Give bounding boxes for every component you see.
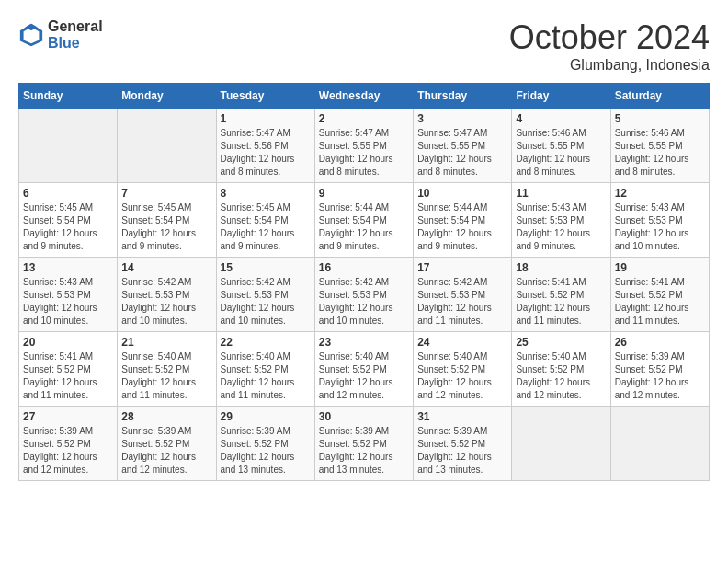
- day-cell: 20Sunrise: 5:41 AMSunset: 5:52 PMDayligh…: [19, 332, 118, 407]
- week-row-4: 20Sunrise: 5:41 AMSunset: 5:52 PMDayligh…: [19, 332, 710, 407]
- day-info: Sunrise: 5:39 AMSunset: 5:52 PMDaylight:…: [615, 350, 705, 402]
- header-thursday: Thursday: [414, 84, 512, 109]
- day-cell: 2Sunrise: 5:47 AMSunset: 5:55 PMDaylight…: [314, 109, 413, 183]
- day-info: Sunrise: 5:39 AMSunset: 5:52 PMDaylight:…: [23, 425, 113, 477]
- day-cell: 6Sunrise: 5:45 AMSunset: 5:54 PMDaylight…: [19, 183, 118, 258]
- day-number: 24: [417, 336, 507, 349]
- day-number: 25: [516, 336, 606, 349]
- day-cell: 30Sunrise: 5:39 AMSunset: 5:52 PMDayligh…: [314, 407, 413, 481]
- day-number: 28: [121, 410, 211, 423]
- day-number: 10: [417, 187, 507, 200]
- header-sunday: Sunday: [19, 84, 118, 109]
- day-info: Sunrise: 5:39 AMSunset: 5:52 PMDaylight:…: [417, 425, 507, 477]
- day-info: Sunrise: 5:41 AMSunset: 5:52 PMDaylight:…: [516, 276, 606, 327]
- day-cell: 22Sunrise: 5:40 AMSunset: 5:52 PMDayligh…: [216, 332, 314, 407]
- day-cell: 1Sunrise: 5:47 AMSunset: 5:56 PMDaylight…: [216, 109, 314, 183]
- day-number: 17: [417, 261, 507, 274]
- day-number: 13: [23, 261, 113, 274]
- day-number: 21: [121, 336, 211, 349]
- day-cell: 13Sunrise: 5:43 AMSunset: 5:53 PMDayligh…: [19, 258, 118, 332]
- week-row-5: 27Sunrise: 5:39 AMSunset: 5:52 PMDayligh…: [19, 407, 710, 481]
- logo-general: General: [48, 18, 103, 35]
- day-number: 22: [221, 336, 311, 349]
- day-cell: 15Sunrise: 5:42 AMSunset: 5:53 PMDayligh…: [216, 258, 314, 332]
- day-info: Sunrise: 5:45 AMSunset: 5:54 PMDaylight:…: [23, 201, 113, 253]
- day-cell: 4Sunrise: 5:46 AMSunset: 5:55 PMDaylight…: [512, 109, 610, 183]
- day-cell: 24Sunrise: 5:40 AMSunset: 5:52 PMDayligh…: [414, 332, 512, 407]
- day-number: 8: [221, 187, 311, 200]
- day-cell: 7Sunrise: 5:45 AMSunset: 5:54 PMDaylight…: [118, 183, 216, 258]
- header-saturday: Saturday: [610, 84, 709, 109]
- day-number: 4: [516, 112, 606, 125]
- day-number: 30: [319, 410, 409, 423]
- day-number: 7: [121, 187, 211, 200]
- day-number: 1: [221, 112, 311, 125]
- day-cell: 5Sunrise: 5:46 AMSunset: 5:55 PMDaylight…: [610, 109, 709, 183]
- day-number: 15: [221, 261, 311, 274]
- day-number: 9: [319, 187, 409, 200]
- day-info: Sunrise: 5:40 AMSunset: 5:52 PMDaylight:…: [516, 350, 606, 402]
- day-info: Sunrise: 5:39 AMSunset: 5:52 PMDaylight:…: [221, 425, 311, 477]
- day-cell: 12Sunrise: 5:43 AMSunset: 5:53 PMDayligh…: [610, 183, 709, 258]
- day-info: Sunrise: 5:44 AMSunset: 5:54 PMDaylight:…: [417, 201, 507, 253]
- day-info: Sunrise: 5:44 AMSunset: 5:54 PMDaylight:…: [319, 201, 409, 253]
- day-number: 14: [121, 261, 211, 274]
- logo-text: General Blue: [48, 18, 103, 51]
- day-info: Sunrise: 5:40 AMSunset: 5:52 PMDaylight:…: [221, 350, 311, 402]
- day-info: Sunrise: 5:40 AMSunset: 5:52 PMDaylight:…: [417, 350, 507, 402]
- logo: General Blue: [18, 18, 103, 51]
- day-number: 6: [23, 187, 113, 200]
- header-row: SundayMondayTuesdayWednesdayThursdayFrid…: [19, 84, 710, 109]
- day-cell: 26Sunrise: 5:39 AMSunset: 5:52 PMDayligh…: [610, 332, 709, 407]
- day-cell: 14Sunrise: 5:42 AMSunset: 5:53 PMDayligh…: [118, 258, 216, 332]
- day-number: 27: [23, 410, 113, 423]
- day-cell: 28Sunrise: 5:39 AMSunset: 5:52 PMDayligh…: [118, 407, 216, 481]
- day-info: Sunrise: 5:40 AMSunset: 5:52 PMDaylight:…: [319, 350, 409, 402]
- title-area: October 2024 Glumbang, Indonesia: [509, 18, 710, 74]
- day-info: Sunrise: 5:46 AMSunset: 5:55 PMDaylight:…: [615, 127, 705, 178]
- day-info: Sunrise: 5:47 AMSunset: 5:56 PMDaylight:…: [221, 127, 311, 178]
- day-info: Sunrise: 5:47 AMSunset: 5:55 PMDaylight:…: [319, 127, 409, 178]
- day-cell: 21Sunrise: 5:40 AMSunset: 5:52 PMDayligh…: [118, 332, 216, 407]
- day-info: Sunrise: 5:39 AMSunset: 5:52 PMDaylight:…: [121, 425, 211, 477]
- day-info: Sunrise: 5:46 AMSunset: 5:55 PMDaylight:…: [516, 127, 606, 178]
- day-cell: [610, 407, 709, 481]
- day-cell: 18Sunrise: 5:41 AMSunset: 5:52 PMDayligh…: [512, 258, 610, 332]
- day-cell: 17Sunrise: 5:42 AMSunset: 5:53 PMDayligh…: [414, 258, 512, 332]
- day-info: Sunrise: 5:45 AMSunset: 5:54 PMDaylight:…: [121, 201, 211, 253]
- day-info: Sunrise: 5:42 AMSunset: 5:53 PMDaylight:…: [121, 276, 211, 327]
- day-cell: 25Sunrise: 5:40 AMSunset: 5:52 PMDayligh…: [512, 332, 610, 407]
- header-tuesday: Tuesday: [216, 84, 314, 109]
- week-row-1: 1Sunrise: 5:47 AMSunset: 5:56 PMDaylight…: [19, 109, 710, 183]
- day-number: 26: [615, 336, 705, 349]
- header-monday: Monday: [118, 84, 216, 109]
- week-row-3: 13Sunrise: 5:43 AMSunset: 5:53 PMDayligh…: [19, 258, 710, 332]
- day-number: 29: [221, 410, 311, 423]
- day-cell: [118, 109, 216, 183]
- day-cell: 9Sunrise: 5:44 AMSunset: 5:54 PMDaylight…: [314, 183, 413, 258]
- day-cell: 10Sunrise: 5:44 AMSunset: 5:54 PMDayligh…: [414, 183, 512, 258]
- day-number: 16: [319, 261, 409, 274]
- day-number: 5: [615, 112, 705, 125]
- logo-icon: [18, 22, 44, 48]
- day-number: 11: [516, 187, 606, 200]
- day-info: Sunrise: 5:39 AMSunset: 5:52 PMDaylight:…: [319, 425, 409, 477]
- day-cell: 16Sunrise: 5:42 AMSunset: 5:53 PMDayligh…: [314, 258, 413, 332]
- day-info: Sunrise: 5:42 AMSunset: 5:53 PMDaylight:…: [417, 276, 507, 327]
- day-number: 2: [319, 112, 409, 125]
- day-cell: 31Sunrise: 5:39 AMSunset: 5:52 PMDayligh…: [414, 407, 512, 481]
- location: Glumbang, Indonesia: [509, 57, 710, 74]
- week-row-2: 6Sunrise: 5:45 AMSunset: 5:54 PMDaylight…: [19, 183, 710, 258]
- day-info: Sunrise: 5:43 AMSunset: 5:53 PMDaylight:…: [516, 201, 606, 253]
- day-info: Sunrise: 5:41 AMSunset: 5:52 PMDaylight:…: [615, 276, 705, 327]
- day-cell: 8Sunrise: 5:45 AMSunset: 5:54 PMDaylight…: [216, 183, 314, 258]
- day-number: 23: [319, 336, 409, 349]
- day-info: Sunrise: 5:42 AMSunset: 5:53 PMDaylight:…: [221, 276, 311, 327]
- day-number: 18: [516, 261, 606, 274]
- day-number: 12: [615, 187, 705, 200]
- day-cell: 3Sunrise: 5:47 AMSunset: 5:55 PMDaylight…: [414, 109, 512, 183]
- day-cell: [512, 407, 610, 481]
- day-info: Sunrise: 5:40 AMSunset: 5:52 PMDaylight:…: [121, 350, 211, 402]
- day-info: Sunrise: 5:42 AMSunset: 5:53 PMDaylight:…: [319, 276, 409, 327]
- day-cell: 23Sunrise: 5:40 AMSunset: 5:52 PMDayligh…: [314, 332, 413, 407]
